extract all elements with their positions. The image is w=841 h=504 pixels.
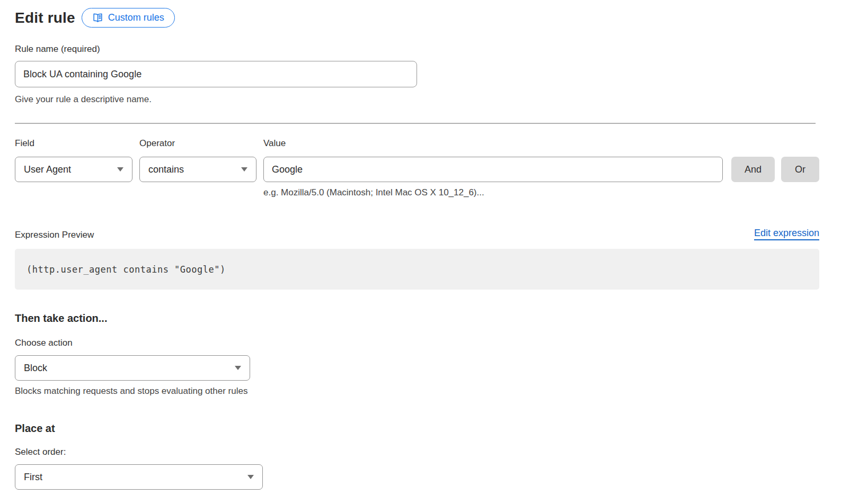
action-section: Then take action... Choose action Block …: [15, 312, 819, 397]
chevron-down-icon: [235, 366, 241, 370]
action-select[interactable]: Block: [15, 355, 250, 381]
place-at-heading: Place at: [15, 422, 819, 435]
action-heading: Then take action...: [15, 312, 819, 325]
chevron-down-icon: [247, 475, 254, 479]
rule-name-help-text: Give your rule a descriptive name.: [15, 94, 819, 105]
chevron-down-icon: [241, 167, 247, 172]
expression-label-row: Expression Preview Edit expression: [15, 228, 819, 240]
field-label: Field: [15, 138, 132, 149]
operator-select[interactable]: contains: [139, 157, 256, 182]
page-title: Edit rule: [15, 10, 75, 26]
operator-selected-value: contains: [148, 164, 184, 175]
placement-section: Place at Select order: First: [15, 422, 819, 490]
custom-rules-docs-button[interactable]: Custom rules: [82, 8, 175, 28]
action-help-text: Blocks matching requests and stops evalu…: [15, 386, 819, 397]
value-example-text: e.g. Mozilla/5.0 (Macintosh; Intel Mac O…: [263, 187, 723, 198]
conjunction-buttons: And Or: [731, 138, 819, 198]
expression-code-box: (http.user_agent contains "Google"): [15, 249, 819, 290]
select-order-label: Select order:: [15, 447, 819, 457]
expression-preview-section: Expression Preview Edit expression (http…: [15, 228, 819, 290]
field-selected-value: User Agent: [24, 164, 71, 175]
edit-expression-link[interactable]: Edit expression: [754, 228, 819, 240]
rule-name-section: Rule name (required) Give your rule a de…: [15, 44, 819, 105]
rule-name-label: Rule name (required): [15, 44, 100, 54]
value-column: Value e.g. Mozilla/5.0 (Macintosh; Intel…: [263, 138, 723, 198]
condition-builder-row: Field User Agent Operator contains Value…: [15, 138, 819, 198]
expression-code: (http.user_agent contains "Google"): [26, 264, 226, 275]
edit-rule-page: Edit rule Custom rules Rule name (requir…: [15, 8, 819, 490]
chevron-down-icon: [117, 167, 123, 172]
field-column: Field User Agent: [15, 138, 132, 198]
custom-rules-label: Custom rules: [108, 12, 164, 23]
order-select[interactable]: First: [15, 464, 263, 490]
section-divider: [15, 123, 816, 124]
value-label: Value: [263, 138, 723, 149]
operator-column: Operator contains: [139, 138, 256, 198]
order-selected-value: First: [24, 472, 42, 483]
rule-name-input[interactable]: [15, 61, 417, 87]
choose-action-label: Choose action: [15, 338, 819, 348]
field-select[interactable]: User Agent: [15, 157, 132, 182]
expression-preview-label: Expression Preview: [15, 230, 94, 240]
action-selected-value: Block: [24, 363, 47, 374]
value-input[interactable]: [263, 157, 723, 182]
and-button[interactable]: And: [731, 157, 775, 182]
book-icon: [92, 12, 103, 23]
operator-label: Operator: [139, 138, 256, 149]
page-header: Edit rule Custom rules: [15, 8, 819, 28]
or-button[interactable]: Or: [781, 157, 819, 182]
